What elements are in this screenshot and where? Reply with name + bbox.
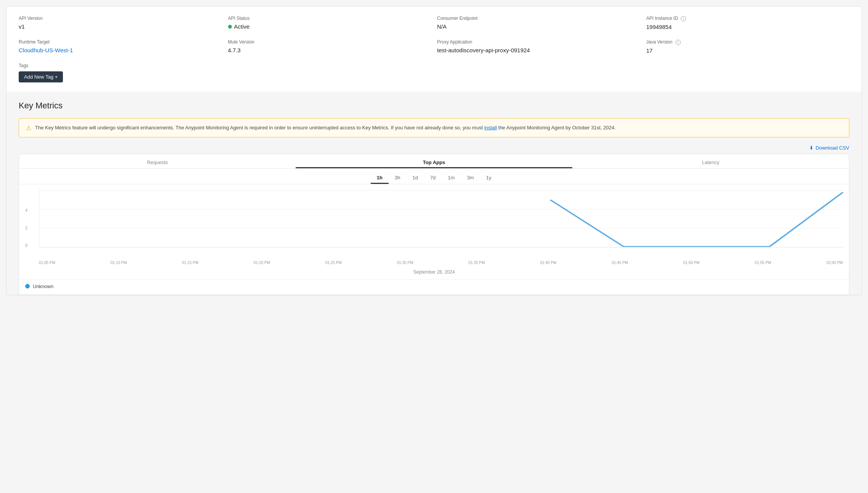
tags-section: Tags Add New Tag +	[19, 63, 849, 82]
top-info-section: API Version v1 API Status Active Consume…	[6, 6, 862, 92]
java-version-label: Java Version i	[646, 39, 850, 45]
x-axis-labels: 01:05 PM 01:10 PM 01:15 PM 01:20 PM 01:2…	[39, 259, 843, 268]
runtime-target-item: Runtime Target Cloudhub-US-West-1	[19, 39, 222, 54]
x-label-8: 01:45 PM	[612, 261, 628, 265]
y-label-4: 4	[25, 208, 36, 213]
section-latency[interactable]: Latency	[572, 154, 849, 168]
mule-version-label: Mule Version	[228, 39, 431, 45]
chart-container: Requests Top Apps Latency 1h 3h 1d 7d 1m…	[19, 154, 849, 295]
api-version-value: v1	[19, 23, 25, 30]
api-status-text: Active	[234, 23, 250, 30]
proxy-application-item: Proxy Application test-autodiscovery-api…	[437, 39, 640, 54]
section-active-underline	[296, 167, 573, 168]
x-label-5: 01:30 PM	[397, 261, 413, 265]
mule-version-item: Mule Version 4.7.3	[228, 39, 431, 54]
api-version-label: API Version	[19, 16, 222, 21]
x-label-0: 01:05 PM	[39, 261, 55, 265]
legend-label: Unknown	[33, 284, 53, 289]
x-label-3: 01:20 PM	[254, 261, 270, 265]
metrics-section: Key Metrics ⚠ The Key Metrics feature wi…	[6, 92, 862, 295]
java-version-item: Java Version i 17	[646, 39, 850, 54]
section-top-apps[interactable]: Top Apps	[296, 154, 572, 168]
api-status-value: Active	[228, 23, 431, 30]
runtime-target-value[interactable]: Cloudhub-US-West-1	[19, 47, 73, 53]
consumer-endpoint-label: Consumer Endpoint	[437, 16, 640, 21]
time-tab-1d[interactable]: 1d	[406, 172, 424, 184]
x-label-10: 01:55 PM	[755, 261, 771, 265]
api-info-grid: API Version v1 API Status Active Consume…	[19, 16, 849, 54]
chart-date: September 28, 2024	[25, 268, 843, 279]
x-label-4: 01:25 PM	[325, 261, 342, 265]
x-label-7: 01:40 PM	[540, 261, 556, 265]
legend-dot	[25, 284, 30, 288]
chart-body: 0 2 4 6	[19, 184, 849, 279]
x-label-11: 02:00 PM	[826, 261, 843, 265]
download-icon: ⬇	[809, 145, 813, 151]
time-tab-1m[interactable]: 1m	[442, 172, 461, 184]
main-container: API Version v1 API Status Active Consume…	[6, 6, 862, 295]
metrics-title: Key Metrics	[19, 101, 849, 111]
x-label-9: 01:50 PM	[683, 261, 700, 265]
api-status-label: API Status	[228, 16, 431, 21]
java-version-value: 17	[646, 47, 653, 54]
warning-icon: ⚠	[26, 124, 31, 132]
runtime-target-label: Runtime Target	[19, 39, 222, 45]
x-label-2: 01:15 PM	[182, 261, 198, 265]
api-status-item: API Status Active	[228, 16, 431, 30]
section-requests[interactable]: Requests	[19, 154, 296, 168]
chart-header: Requests Top Apps Latency	[19, 154, 849, 169]
time-tab-1y[interactable]: 1y	[480, 172, 497, 184]
chart-toolbar: ⬇ Download CSV	[19, 145, 849, 151]
api-instance-id-item: API Instance ID i 19949854	[646, 16, 850, 30]
mule-version-value: 4.7.3	[228, 47, 241, 53]
alert-text: The Key Metrics feature will undergo sig…	[35, 124, 616, 132]
time-tabs: 1h 3h 1d 7d 1m 3m 1y	[19, 169, 849, 184]
add-tag-button[interactable]: Add New Tag +	[19, 71, 63, 82]
x-label-6: 01:35 PM	[468, 261, 485, 265]
java-version-info-icon[interactable]: i	[675, 40, 681, 45]
tags-label: Tags	[19, 63, 849, 68]
consumer-endpoint-item: Consumer Endpoint N/A	[437, 16, 640, 30]
alert-install-link[interactable]: install	[484, 125, 497, 130]
proxy-application-value: test-autodiscovery-api-proxy-091924	[437, 47, 530, 53]
api-version-item: API Version v1	[19, 16, 222, 30]
chart-area: 0 2 4 6	[25, 190, 843, 259]
y-axis-labels: 0 2 4 6	[25, 190, 36, 248]
proxy-application-label: Proxy Application	[437, 39, 640, 45]
y-label-0: 0	[25, 243, 36, 248]
x-label-1: 01:10 PM	[111, 261, 127, 265]
time-tab-3h[interactable]: 3h	[389, 172, 406, 184]
time-tab-7d[interactable]: 7d	[424, 172, 442, 184]
api-instance-id-label: API Instance ID i	[646, 16, 850, 21]
y-label-2: 2	[25, 226, 36, 230]
chart-svg	[39, 190, 843, 247]
download-csv-button[interactable]: ⬇ Download CSV	[809, 145, 849, 151]
api-instance-id-value: 19949854	[646, 24, 672, 30]
time-tab-3m[interactable]: 3m	[461, 172, 480, 184]
status-active-dot	[228, 25, 232, 29]
consumer-endpoint-value: N/A	[437, 23, 447, 30]
chart-line	[550, 192, 843, 246]
time-tab-1h[interactable]: 1h	[371, 172, 389, 184]
chart-legend: Unknown	[19, 279, 849, 295]
chart-plot	[39, 190, 843, 248]
api-instance-id-info-icon[interactable]: i	[681, 16, 686, 21]
alert-banner: ⚠ The Key Metrics feature will undergo s…	[19, 118, 849, 137]
